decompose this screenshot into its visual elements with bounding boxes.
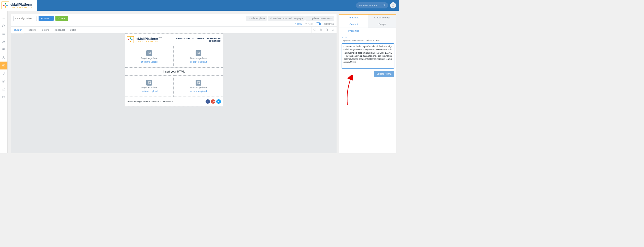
- campaign-subject-input[interactable]: [13, 16, 37, 21]
- tab-content[interactable]: Content: [339, 21, 368, 28]
- editor-tabs: Builder Headers Footers Preheader Social: [11, 26, 337, 33]
- svg-point-21: [4, 58, 5, 58]
- svg-rect-14: [3, 49, 4, 49]
- nav-item-1[interactable]: [0, 14, 7, 22]
- svg-point-11: [3, 41, 4, 41]
- search-placeholder: Search Contacts: [359, 4, 377, 7]
- tab-design[interactable]: Design: [368, 21, 397, 28]
- svg-point-1: [6, 5, 8, 6]
- nav-home[interactable]: [0, 22, 7, 30]
- image-dropzone[interactable]: Drop image hereor click to upload: [174, 75, 223, 97]
- save-icon: [41, 17, 43, 20]
- nav-grid[interactable]: [0, 46, 7, 54]
- nav-list[interactable]: [0, 30, 7, 38]
- update-html-button[interactable]: Update HTML: [374, 71, 394, 77]
- nav-flow[interactable]: [0, 54, 7, 62]
- update-fields-button[interactable]: Update Contact Fields: [305, 16, 334, 21]
- nav-users[interactable]: [0, 38, 7, 46]
- device-desktop[interactable]: [312, 27, 318, 33]
- side-nav: [0, 11, 8, 153]
- editor-panel: Save Send Edit recipients Preview Your E…: [11, 14, 337, 153]
- navlink-b[interactable]: PRISER: [196, 37, 204, 40]
- tab-social[interactable]: Social: [67, 27, 79, 33]
- svg-point-30: [248, 18, 249, 18]
- brand-logo[interactable]: eMailPlatform TIME TO BE CREATIVE: [0, 0, 37, 11]
- edit-recipients-button[interactable]: Edit recipients: [246, 16, 267, 21]
- send-button[interactable]: Send: [55, 16, 68, 21]
- brand-text: eMailPlatform TIME TO BE CREATIVE: [10, 3, 32, 8]
- svg-rect-22: [3, 65, 5, 66]
- nav-email[interactable]: [0, 62, 7, 69]
- device-mobile[interactable]: [318, 27, 324, 33]
- save-button[interactable]: Save: [39, 16, 54, 21]
- svg-rect-34: [308, 19, 308, 19]
- device-tablet[interactable]: [324, 27, 330, 33]
- send-outline-icon: [270, 17, 272, 20]
- nav-settings[interactable]: [0, 77, 7, 85]
- svg-point-20: [3, 58, 3, 58]
- email-footer-block[interactable]: Du har modtaget denne e-mail fordi du ha…: [125, 97, 223, 106]
- svg-point-8: [3, 33, 3, 33]
- svg-point-3: [3, 5, 4, 6]
- send-icon: [57, 17, 60, 20]
- nav-window[interactable]: [0, 93, 7, 101]
- social-icons: f G+: [206, 99, 221, 104]
- svg-point-9: [3, 34, 3, 34]
- search-icon: [383, 4, 385, 7]
- svg-point-5: [383, 4, 385, 6]
- top-bar: eMailPlatform TIME TO BE CREATIVE Search…: [0, 0, 399, 11]
- twitter-icon[interactable]: [216, 99, 221, 104]
- navlink-c[interactable]: REFERENCER: [207, 37, 221, 40]
- tab-templates[interactable]: Templates: [339, 15, 368, 21]
- svg-rect-17: [3, 49, 4, 50]
- image-dropzone[interactable]: Drop image hereor click to upload: [174, 46, 223, 67]
- tab-global-settings[interactable]: Global Settings: [368, 15, 397, 21]
- html-code-input[interactable]: [342, 43, 394, 69]
- facebook-icon[interactable]: f: [206, 99, 210, 104]
- svg-rect-28: [41, 18, 42, 18]
- html-block[interactable]: Insert your HTML: [125, 67, 223, 75]
- tab-properties[interactable]: Properties: [339, 28, 368, 34]
- image-dropzone[interactable]: Drop image hereor click to upload: [125, 75, 174, 97]
- image-dropzone[interactable]: Drop image hereor click to upload: [125, 46, 174, 67]
- tab-headers[interactable]: Headers: [24, 27, 38, 33]
- nav-mobile[interactable]: [0, 69, 7, 77]
- googleplus-icon[interactable]: G+: [211, 99, 215, 104]
- svg-rect-32: [308, 18, 308, 18]
- annotation-arrow: [343, 75, 355, 107]
- svg-rect-35: [309, 19, 309, 19]
- tab-builder[interactable]: Builder: [12, 27, 24, 33]
- svg-point-12: [4, 41, 5, 41]
- undo-button[interactable]: Undo: [294, 23, 303, 25]
- email-header-block[interactable]: eMailPlatform TIME TO BE CREATIVE BETA P…: [125, 33, 223, 46]
- svg-point-7: [392, 4, 394, 5]
- svg-point-45: [128, 39, 129, 40]
- svg-rect-33: [309, 18, 309, 18]
- redo-button: Redo: [305, 23, 313, 25]
- svg-point-4: [5, 5, 6, 6]
- search-contacts[interactable]: Search Contacts: [356, 2, 388, 9]
- brand-text: eMailPlatform TIME TO BE CREATIVE: [136, 37, 158, 42]
- html-section-label: HTML: [342, 36, 394, 39]
- users-icon: [248, 17, 250, 20]
- svg-rect-15: [4, 49, 5, 49]
- svg-point-0: [5, 3, 6, 4]
- select-tool-toggle[interactable]: [316, 22, 321, 25]
- nav-analytics[interactable]: [0, 85, 7, 93]
- grid-icon: [307, 17, 310, 20]
- preview-button[interactable]: Preview Your Email Campaign: [268, 16, 305, 21]
- svg-rect-13: [3, 49, 3, 49]
- undo-icon: [294, 23, 297, 25]
- user-avatar[interactable]: [390, 2, 396, 8]
- tab-footers[interactable]: Footers: [38, 27, 51, 33]
- html-hint: Copy your own custom html code here: [342, 39, 394, 42]
- loading-spinner-icon: [330, 27, 336, 33]
- navlink-a[interactable]: PRØV OS GRATIS: [176, 37, 194, 40]
- svg-rect-26: [3, 96, 5, 98]
- beta-label: BETA: [159, 37, 162, 38]
- image-icon: [196, 80, 201, 85]
- footer-text: Du har modtaget denne e-mail fordi du ha…: [127, 100, 173, 103]
- svg-point-31: [249, 18, 250, 18]
- tab-preheader[interactable]: Preheader: [51, 27, 67, 33]
- navlink-d[interactable]: SIKKERHED: [209, 40, 221, 42]
